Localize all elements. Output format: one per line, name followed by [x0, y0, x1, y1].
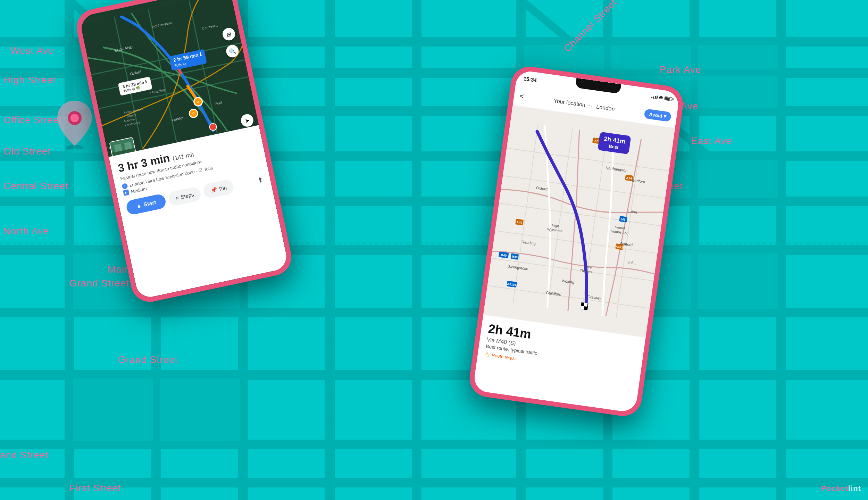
svg-rect-92: [584, 303, 587, 307]
route-arrow-icon: →: [588, 102, 594, 109]
svg-rect-33: [698, 76, 778, 108]
street-label-old: Old Street: [3, 146, 51, 157]
chevron-down-icon: ▾: [663, 113, 667, 119]
watermark-text2: lint: [848, 484, 861, 493]
share-button[interactable]: ⬆: [257, 175, 264, 185]
svg-rect-36: [698, 160, 778, 198]
gmaps-bottom-panel: 3 hr 3 min (141 mi) Fastest route now du…: [109, 125, 289, 300]
watermark: Pocketlint: [821, 484, 861, 493]
svg-point-50: [70, 114, 79, 122]
street-label-grand: Grand Street: [69, 278, 129, 289]
route-from: Your location: [553, 98, 586, 108]
street-label-office: Office Street: [3, 115, 62, 126]
svg-rect-30: [698, 45, 778, 69]
route-to: London: [596, 103, 615, 112]
street-label-high: High Street: [3, 75, 56, 86]
svg-rect-43: [698, 253, 778, 309]
watermark-text1: Pocket: [821, 484, 848, 493]
avoid-button[interactable]: Avoid ▾: [644, 108, 672, 122]
svg-rect-77: [114, 144, 122, 152]
parking-icon: P: [123, 189, 130, 196]
street-label-west: West Ave: [10, 45, 54, 56]
svg-rect-78: [124, 142, 133, 150]
status-icons: ⊛: [651, 93, 673, 102]
svg-text:M1: M1: [621, 217, 626, 222]
nav-map-area: A40 M40 A14 M1 A421 M40 A3101: [483, 106, 675, 338]
svg-rect-93: [581, 306, 584, 310]
status-time: 15:34: [523, 75, 537, 83]
info-icon: i: [122, 183, 128, 190]
warning-triangle-icon: ⚠: [484, 351, 490, 358]
map-pin: [54, 101, 95, 149]
start-button[interactable]: ▲ Start: [125, 193, 167, 216]
signal-icon: [651, 94, 658, 99]
street-label-grand2: Grand Street: [118, 354, 178, 365]
battery-icon: [664, 96, 672, 101]
street-label-and: and Street: [0, 450, 48, 461]
svg-rect-40: [160, 378, 240, 441]
street-label-east-ave: East Ave: [691, 135, 732, 147]
pin-button[interactable]: 📌 Pin: [202, 179, 235, 199]
nav-map-svg: A40 M40 A14 M1 A421 M40 A3101: [483, 106, 675, 338]
wifi-icon: ⊛: [659, 94, 663, 101]
street-label-central: Central Street: [3, 181, 68, 192]
back-button[interactable]: <: [519, 91, 525, 101]
steps-button[interactable]: ≡ Steps: [167, 186, 202, 206]
street-label-park-ave: Park Ave: [660, 64, 701, 75]
street-label-first: First Street: [69, 483, 121, 494]
svg-rect-39: [73, 378, 153, 441]
street-label-north: North Ave: [3, 226, 49, 237]
